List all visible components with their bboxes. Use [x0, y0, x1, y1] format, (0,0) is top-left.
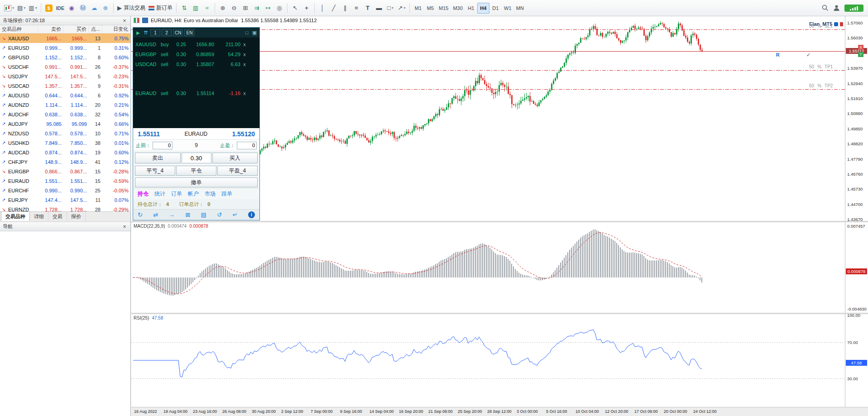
- market-watch-row[interactable]: ↗AUDNZD1.114...1.114...200.21%: [0, 100, 130, 110]
- rsi-canvas[interactable]: [131, 314, 845, 407]
- panel-refresh-icon[interactable]: ↻: [138, 211, 143, 218]
- market-watch-row[interactable]: ↗AUDCAD0.874...0.874...190.60%: [0, 148, 130, 157]
- panel-list-icon[interactable]: ▤: [201, 211, 206, 218]
- market-watch-row[interactable]: ↘XAUUSD1665...1665...130.75%: [0, 33, 130, 43]
- column-header[interactable]: 日变化: [102, 26, 130, 33]
- sl-input[interactable]: [153, 142, 173, 149]
- column-header[interactable]: 卖价: [38, 26, 63, 33]
- info-icon[interactable]: i: [248, 211, 255, 218]
- volume-input[interactable]: [182, 153, 211, 163]
- grid-button[interactable]: ⊞: [240, 2, 251, 14]
- chart-shift-button[interactable]: ↦: [263, 2, 273, 14]
- crosshair-tool-button[interactable]: +: [301, 2, 312, 14]
- timeframe-m1[interactable]: M1: [412, 3, 424, 14]
- tab-交易品种[interactable]: 交易品种: [1, 211, 30, 221]
- fibonacci-tool[interactable]: ≡: [351, 2, 362, 14]
- close-position-button[interactable]: x: [241, 52, 248, 57]
- panel-button-1[interactable]: 1: [150, 29, 160, 36]
- close-profit-button[interactable]: 平盈_4: [217, 166, 258, 176]
- new-chart-button[interactable]: ▾: [3, 2, 15, 14]
- column-header[interactable]: 点...: [89, 26, 102, 33]
- timeframe-h4[interactable]: H4: [477, 3, 489, 14]
- r-marker[interactable]: R: [776, 52, 780, 57]
- cursor-tool-button[interactable]: ↖: [290, 2, 301, 14]
- market-watch-row[interactable]: ↘EURNZD1.728...1.728...28-0.29%: [0, 205, 130, 211]
- panel-button-cn[interactable]: CN: [173, 29, 183, 36]
- vps-button[interactable]: ⊕: [100, 2, 111, 14]
- timeframe-w1[interactable]: W1: [502, 3, 514, 14]
- tab-详细[interactable]: 详细: [30, 212, 48, 221]
- ide-button[interactable]: IDE: [55, 2, 66, 14]
- trendline-tool[interactable]: ╱: [328, 2, 339, 14]
- shapes-tool[interactable]: □▾: [385, 2, 396, 14]
- vertical-line-tool[interactable]: │: [317, 2, 328, 14]
- market-watch-row[interactable]: ↗USDHKD7.849...7.850...380.01%: [0, 138, 130, 148]
- market-watch-row[interactable]: ↗AUDCHF0.638...0.638...320.54%: [0, 110, 130, 119]
- macd-canvas[interactable]: [131, 222, 845, 313]
- community-button[interactable]: ◉: [66, 2, 77, 14]
- timeframe-m5[interactable]: M5: [424, 3, 436, 14]
- position-row[interactable]: USDCADsell0.301.358076.63x: [134, 59, 258, 69]
- timeframe-d1[interactable]: D1: [489, 3, 502, 14]
- market-watch-row[interactable]: ↘EURGBP0.866...0.867...15-0.28%: [0, 167, 130, 176]
- algo-trading-button[interactable]: ▶ 算法交易: [116, 2, 147, 14]
- time-axis[interactable]: 16 Aug 202219 Aug 04:0023 Aug 16:0026 Au…: [131, 407, 868, 416]
- timeframe-m30[interactable]: M30: [451, 3, 465, 14]
- sell-handle[interactable]: S: [858, 45, 863, 50]
- market-watch-row[interactable]: ↘USDCAD1.357...1.357...9-0.31%: [0, 81, 130, 91]
- tick-updown-button[interactable]: ⇅: [179, 2, 190, 14]
- search-icon[interactable]: [822, 5, 829, 11]
- tp-handle[interactable]: T: [858, 52, 863, 57]
- panel-tab-订单[interactable]: 订单: [171, 190, 182, 198]
- metaquotes-button[interactable]: Ⓜ: [77, 2, 88, 14]
- tp-input[interactable]: [237, 142, 257, 149]
- market-watch-row[interactable]: ↗NZDUSD0.578...0.578...100.71%: [0, 129, 130, 138]
- sell-button[interactable]: 卖出: [135, 153, 181, 163]
- market-watch-row[interactable]: ↘USDJPY147.5...147.5...5-0.23%: [0, 72, 130, 81]
- auto-scroll-button[interactable]: ⇉: [251, 2, 262, 14]
- cloud-button[interactable]: ☁: [89, 2, 100, 14]
- percent-button[interactable]: %: [817, 24, 821, 29]
- panel-tab-帐户[interactable]: 帐户: [188, 190, 199, 198]
- panel-button-2[interactable]: 2: [162, 29, 172, 36]
- close-icon[interactable]: ×: [121, 18, 128, 24]
- percent-button[interactable]: %: [817, 83, 821, 88]
- zoom-in-button[interactable]: ⊕: [217, 2, 228, 14]
- percent-button[interactable]: %: [817, 64, 821, 69]
- panel-window-icon[interactable]: □: [244, 30, 250, 35]
- tab-报价[interactable]: 报价: [67, 212, 86, 221]
- account-icon[interactable]: [833, 5, 840, 11]
- column-header[interactable]: 交易品种: [0, 26, 38, 33]
- target-button[interactable]: ◎: [274, 2, 285, 14]
- buy-button[interactable]: 买入: [212, 153, 258, 163]
- tab-交易[interactable]: 交易: [48, 212, 67, 221]
- market-watch-row[interactable]: ↗AUDJPY95.08595.099140.66%: [0, 119, 130, 129]
- market-watch-row[interactable]: ↗EURJPY147.4...147.5...110.07%: [0, 195, 130, 205]
- panel-tab-持仓[interactable]: 持仓: [138, 190, 149, 198]
- market-watch-row[interactable]: ↘USDCHF0.991...0.991...26-0.37%: [0, 62, 130, 72]
- market-watch-row[interactable]: ↗GBPUSD1.152...1.152...80.60%: [0, 53, 130, 62]
- market-watch-row[interactable]: ↗AUDUSD0.644...0.644...60.92%: [0, 91, 130, 100]
- position-row[interactable]: XAUUSDbuy0.251656.80211.00x: [134, 39, 258, 49]
- column-header[interactable]: 买价: [63, 26, 89, 33]
- panel-return-icon[interactable]: ↵: [233, 211, 238, 218]
- market-watch-row[interactable]: ↗EURUSD0.999...0.999...10.31%: [0, 43, 130, 53]
- panel-tab-跟单[interactable]: 跟单: [221, 190, 232, 198]
- market-button[interactable]: $: [43, 2, 54, 14]
- panel-tab-统计[interactable]: 统计: [154, 190, 165, 198]
- bar-chart-button[interactable]: ▥: [190, 2, 201, 14]
- panel-forward-icon[interactable]: →: [169, 211, 175, 218]
- close-position-button[interactable]: x: [241, 91, 248, 96]
- panel-undo-icon[interactable]: ↺: [217, 211, 222, 218]
- channel-tool[interactable]: ∥: [340, 2, 350, 14]
- market-watch-row[interactable]: ↗CHFJPY148.9...148.9...410.12%: [0, 157, 130, 167]
- line-chart-button[interactable]: ≈: [201, 2, 212, 14]
- play-icon[interactable]: ▶: [135, 30, 141, 35]
- connection-status[interactable]: [844, 5, 863, 12]
- panel-button-en[interactable]: EN: [184, 29, 194, 36]
- panel-grid-icon[interactable]: ▣: [251, 30, 258, 36]
- chart-mode-button[interactable]: ▥▾: [27, 2, 38, 14]
- timeframe-h1[interactable]: H1: [465, 3, 477, 14]
- new-order-button[interactable]: 新订单: [147, 2, 174, 14]
- arrows-up-icon[interactable]: ⇈: [143, 30, 149, 36]
